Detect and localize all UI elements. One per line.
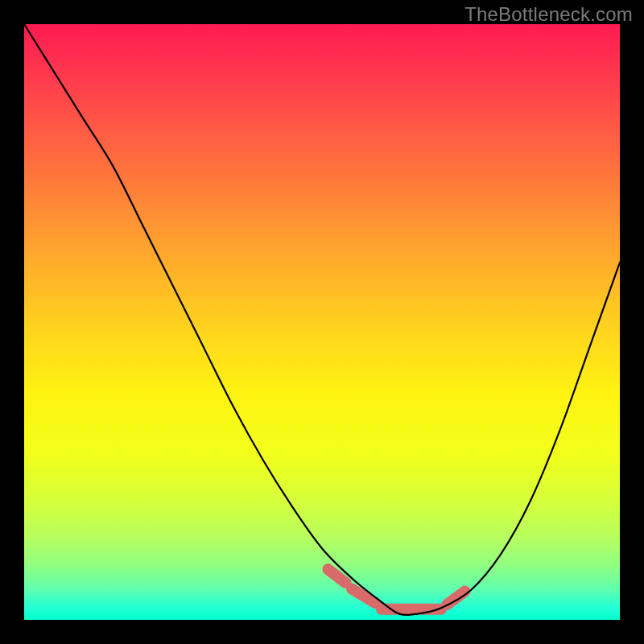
bottleneck-curve [24, 24, 620, 615]
chart-frame: TheBottleneck.com [0, 0, 644, 644]
watermark-text: TheBottleneck.com [464, 3, 633, 26]
highlight-segment [352, 589, 376, 604]
curve-svg [24, 24, 620, 620]
plot-area [24, 24, 620, 620]
highlight-segment [447, 592, 464, 605]
